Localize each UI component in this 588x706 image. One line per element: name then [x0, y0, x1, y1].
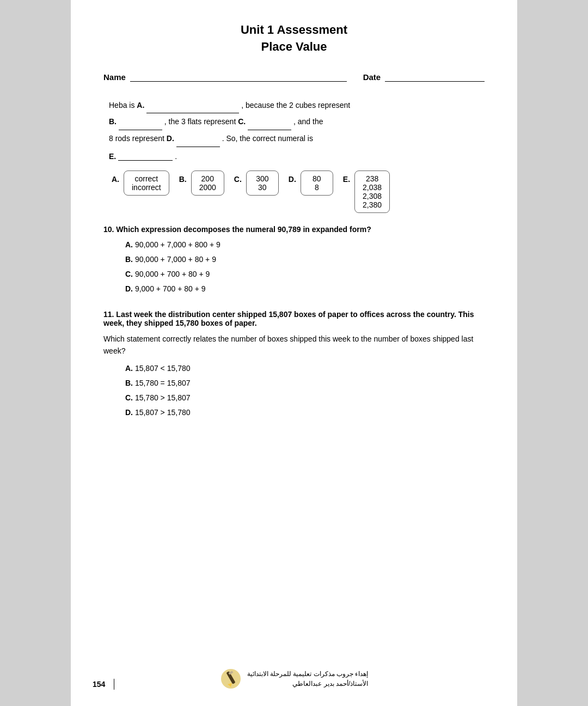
choice-c-opt1: 300 [256, 174, 268, 183]
fill-line-4: E. . [109, 148, 485, 165]
choice-c-label: C. [234, 175, 242, 184]
choice-b-opt1: 200 [201, 174, 214, 183]
q10-option-b[interactable]: B. 90,000 + 7,000 + 80 + 9 [125, 254, 485, 265]
choice-group-c: C. 300 30 [234, 171, 279, 196]
q10-option-a[interactable]: A. 90,000 + 7,000 + 800 + 9 [125, 239, 485, 251]
q10-option-c[interactable]: C. 90,000 + 700 + 80 + 9 [125, 269, 485, 280]
choice-a-opt2: incorrect [132, 183, 161, 192]
name-date-row: Name Date [103, 72, 485, 82]
choice-b-opt2: 2000 [199, 183, 216, 192]
page-divider [114, 679, 114, 690]
because-text: , because the 2 cubes represent [241, 101, 350, 109]
choice-group-e: E. 238 2,038 2,308 2,380 [343, 171, 390, 213]
question-10: 10. Which expression decomposes the nume… [103, 225, 485, 295]
d-text: . So, the correct numeral is [222, 134, 313, 143]
q10-c-value: 90,000 + 700 + 80 + 9 [135, 270, 210, 278]
name-section: Name [103, 72, 347, 82]
choice-box-c[interactable]: 300 30 [246, 171, 279, 196]
choice-a-label: A. [112, 175, 119, 184]
blank-e[interactable] [118, 152, 173, 161]
fill-line-1: Heba is A. , because the 2 cubes represe… [109, 97, 485, 114]
choice-box-a[interactable]: correct incorrect [124, 171, 169, 196]
q10-a-value: 90,000 + 7,000 + 800 + 9 [135, 240, 220, 249]
footer-line2: الأستاذ/أحمد بدير عبدالعاطي [247, 679, 369, 689]
choice-group-d: D. 80 8 [289, 171, 333, 196]
q11-header: 11. Last week the distribution center sh… [103, 310, 485, 327]
choice-e-label: E. [343, 175, 350, 184]
title-line2: Place Value [261, 40, 327, 53]
name-label: Name [103, 72, 126, 82]
q10-text: 10. Which expression decomposes the nume… [103, 225, 485, 234]
date-input-line[interactable] [385, 72, 485, 82]
choice-group-b: B. 200 2000 [179, 171, 224, 196]
blank-c[interactable] [248, 121, 291, 130]
date-label: Date [363, 72, 381, 82]
q11-text2: Which statement correctly relates the nu… [103, 333, 485, 357]
intro-text: Heba is [109, 101, 137, 109]
c-text: , and the [293, 117, 323, 126]
pencil-icon [220, 668, 242, 690]
footer-arabic-text: إهداء جروب مذكرات تعليمية للمرحلة الابتد… [247, 669, 369, 689]
fill-line-2: B. , the 3 flats represent C. , and the [109, 113, 485, 130]
choice-e-opt2: 2,038 [363, 183, 382, 192]
choice-d-label: D. [289, 175, 296, 184]
q11-c-value: 15,780 > 15,807 [135, 393, 191, 402]
q10-option-d[interactable]: D. 9,000 + 700 + 80 + 9 [125, 283, 485, 295]
choice-d-opt2: 8 [315, 183, 319, 192]
blank-b[interactable] [119, 121, 162, 130]
choice-c-opt2: 30 [258, 183, 267, 192]
choice-d-opt1: 80 [313, 174, 321, 183]
date-section: Date [363, 72, 485, 82]
title-line1: Unit 1 Assessment [241, 23, 347, 36]
blank-a[interactable] [146, 105, 239, 113]
footer-logo: إهداء جروب مذكرات تعليمية للمرحلة الابتد… [220, 668, 369, 690]
choice-box-e[interactable]: 238 2,038 2,308 2,380 [354, 171, 390, 213]
fill-in-block: Heba is A. , because the 2 cubes represe… [103, 97, 485, 213]
choice-e-opt3: 2,308 [363, 192, 382, 200]
choice-box-d[interactable]: 80 8 [301, 171, 333, 196]
choice-box-b[interactable]: 200 2000 [191, 171, 224, 196]
choice-e-opt1: 238 [366, 174, 378, 183]
blank-d[interactable] [176, 138, 220, 147]
name-input-line[interactable] [130, 72, 347, 82]
footer: إهداء جروب مذكرات تعليمية للمرحلة الابتد… [71, 668, 517, 690]
choice-b-label: B. [179, 175, 187, 184]
page: Unit 1 Assessment Place Value Name Date … [71, 0, 517, 706]
q10-body: Which expression decomposes the numeral … [116, 225, 371, 234]
q11-option-d[interactable]: D. 15,807 > 15,780 [125, 407, 485, 418]
q11-option-a[interactable]: A. 15,807 < 15,780 [125, 363, 485, 374]
choice-e-opt4: 2,380 [363, 200, 382, 209]
q11-option-b[interactable]: B. 15,780 = 15,807 [125, 378, 485, 389]
answer-choices-row: A. correct incorrect B. 200 2000 C. 300 [109, 171, 485, 213]
choice-a-opt1: correct [134, 174, 158, 183]
q10-d-value: 9,000 + 700 + 80 + 9 [135, 284, 206, 293]
rods-text: 8 rods represent [109, 134, 167, 143]
q10-b-value: 90,000 + 7,000 + 80 + 9 [135, 255, 216, 264]
page-title: Unit 1 Assessment Place Value [103, 22, 485, 56]
footer-line1: إهداء جروب مذكرات تعليمية للمرحلة الابتد… [247, 669, 369, 679]
q11-b-value: 15,780 = 15,807 [135, 379, 191, 387]
b-text: , the 3 flats represent [164, 117, 238, 126]
question-11: 11. Last week the distribution center sh… [103, 310, 485, 418]
q11-text1: Last week the distribution center shippe… [103, 310, 474, 327]
q11-d-value: 15,807 > 15,780 [135, 408, 191, 417]
page-number: 154 [93, 679, 114, 690]
choice-group-a: A. correct incorrect [112, 171, 169, 196]
fill-line-3: 8 rods represent D. . So, the correct nu… [109, 130, 485, 147]
q11-option-c[interactable]: C. 15,780 > 15,807 [125, 392, 485, 404]
q11-a-value: 15,807 < 15,780 [135, 364, 191, 373]
